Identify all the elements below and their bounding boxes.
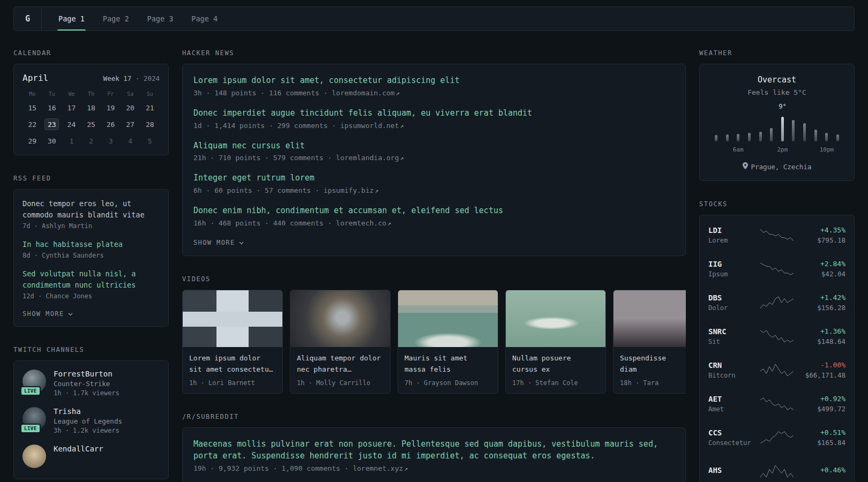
- video-title: Aliquam tempor dolor nec pharetra…: [297, 353, 384, 375]
- calendar-header: April Week 17 · 2024: [23, 73, 160, 83]
- calendar-day: 16: [44, 102, 59, 114]
- separator-dot: ·: [136, 74, 140, 82]
- stock-change: +0.92%: [796, 395, 845, 403]
- channel-info: Trisha League of Legends 3h · 1.2k viewe…: [54, 407, 122, 434]
- hn-item-domain-link[interactable]: loremdomain.com: [332, 89, 394, 97]
- stock-ticker: AET: [708, 395, 758, 403]
- hn-item-headline[interactable]: Donec enim nibh, condimentum et accumsan…: [193, 205, 675, 217]
- tab-page-2[interactable]: Page 2: [94, 7, 138, 31]
- twitch-channel[interactable]: LIVE Trisha League of Legends 3h · 1.2k …: [23, 407, 160, 434]
- stock-sparkline: [758, 397, 796, 411]
- weather-card: Overcast Feels like 5°C 9° 6am 2pm 10pm …: [699, 64, 855, 181]
- hn-item-domain-link[interactable]: loremtech.co: [336, 219, 386, 227]
- video-card[interactable]: Nullam posuere cursus ex 17h · Stefan Co…: [505, 290, 606, 394]
- hn-item-headline[interactable]: Lorem ipsum dolor sit amet, consectetur …: [193, 75, 675, 87]
- video-card[interactable]: Lorem ipsum dolor sit amet consectetu… 1…: [182, 290, 283, 394]
- twitch-channel[interactable]: LIVE ForrestBurton Counter-Strike 1h · 1…: [23, 370, 160, 397]
- rss-item-headline[interactable]: Sed volutpat nulla nisl, a condimentum n…: [23, 268, 160, 291]
- stock-row[interactable]: SNRC Sit +1.36% $148.64: [708, 319, 845, 353]
- stock-name: Consectetur: [708, 439, 758, 447]
- hn-item-domain-link[interactable]: loremlandia.org: [336, 154, 399, 162]
- stock-ticker: DBS: [708, 293, 758, 302]
- tab-page-1[interactable]: Page 1: [49, 7, 94, 31]
- calendar-day-selected: 23: [44, 118, 59, 130]
- rss-show-more-button[interactable]: SHOW MORE: [23, 310, 73, 318]
- hn-item: Integer eget rutrum lorem 6h · 60 points…: [193, 172, 675, 194]
- video-card[interactable]: Aliquam tempor dolor nec pharetra… 1h · …: [290, 290, 391, 394]
- stock-id: LDI Lorem: [708, 226, 758, 244]
- stock-row[interactable]: AHS +0.46%: [708, 454, 845, 482]
- hn-item-headline[interactable]: Integer eget rutrum lorem: [193, 172, 675, 184]
- tab-page-3[interactable]: Page 3: [138, 7, 183, 31]
- calendar-day: 15: [25, 102, 40, 114]
- calendar-weekday: Th: [88, 91, 94, 97]
- video-title: Suspendisse diam: [620, 353, 686, 375]
- stock-id: SNRC Sit: [708, 327, 758, 345]
- calendar-weekday: Sa: [127, 91, 133, 97]
- video-meta: 1h · Molly Carrillo: [297, 379, 384, 387]
- post-domain-link[interactable]: loremnet.xyz: [353, 464, 403, 472]
- stock-values: +1.42% $156.28: [796, 293, 845, 312]
- stock-row[interactable]: DBS Dolor +1.42% $156.28: [708, 285, 845, 319]
- calendar-year: 2024: [144, 74, 160, 82]
- channel-info: ForrestBurton Counter-Strike 1h · 1.7k v…: [54, 370, 119, 397]
- weather-time-label: 10pm: [820, 146, 834, 153]
- calendar-day: 22: [25, 118, 40, 130]
- stock-values: +0.92% $499.72: [796, 395, 845, 413]
- hn-item-headline[interactable]: Donec imperdiet augue tincidunt felis al…: [193, 108, 675, 119]
- hn-item-meta: 6h · 60 points · 57 comments · ipsumify.…: [193, 186, 675, 194]
- twitch-channel[interactable]: KendallCarr: [23, 445, 160, 468]
- stock-sparkline: [758, 329, 796, 343]
- hn-item-domain-link[interactable]: ipsumify.biz: [324, 186, 374, 194]
- stock-sparkline: [758, 262, 796, 276]
- hn-item: Donec enim nibh, condimentum et accumsan…: [193, 205, 675, 227]
- stock-row[interactable]: LDI Lorem +4.35% $795.18: [708, 218, 845, 252]
- rss-item-meta: 7d · Ashlyn Martin: [23, 222, 160, 230]
- stock-ticker: AHS: [708, 466, 758, 475]
- hn-item-headline[interactable]: Aliquam nec cursus elit: [193, 140, 675, 152]
- video-info: Lorem ipsum dolor sit amet consectetu… 1…: [183, 347, 282, 394]
- stocks-widget: STOCKS LDI Lorem +4.35% $795.18 IIG: [699, 200, 855, 482]
- video-card[interactable]: Mauris sit amet massa felis 7h · Grayson…: [398, 290, 498, 394]
- channel-name: ForrestBurton: [54, 370, 119, 378]
- external-link-icon: ↗: [404, 465, 408, 472]
- hn-item-meta: 3h · 148 points · 116 comments · loremdo…: [193, 89, 675, 97]
- post-headline[interactable]: Maecenas mollis pulvinar erat non posuer…: [193, 439, 675, 462]
- stock-ticker: SNRC: [708, 327, 758, 336]
- videos-row: Lorem ipsum dolor sit amet consectetu… 1…: [182, 290, 686, 394]
- stock-price: $499.72: [796, 405, 845, 413]
- stock-row[interactable]: IIG Ipsum +2.84% $42.04: [708, 252, 845, 285]
- hn-item-stats: 16h · 468 points · 440 comments ·: [193, 219, 336, 227]
- show-more-label: SHOW MORE: [23, 310, 64, 318]
- calendar-day: 27: [123, 118, 138, 130]
- external-link-icon: ↗: [400, 122, 404, 130]
- calendar-week-label: Week 17: [103, 74, 132, 82]
- weather-condition: Overcast: [710, 75, 843, 85]
- subreddit-title: /R/SUBREDDIT: [182, 413, 686, 420]
- weather-bar: [748, 133, 751, 141]
- subreddit-post: Maecenas mollis pulvinar erat non posuer…: [193, 439, 675, 472]
- weather-bar: [759, 132, 762, 141]
- stock-price: $795.18: [796, 236, 845, 244]
- app-logo[interactable]: G: [14, 7, 42, 31]
- stock-row[interactable]: CCS Consectetur +0.51% $165.84: [708, 420, 845, 454]
- stock-sparkline: [758, 296, 796, 310]
- tab-page-4[interactable]: Page 4: [182, 7, 227, 31]
- external-link-icon: ↗: [396, 89, 400, 97]
- weather-bar: [803, 123, 806, 141]
- hn-show-more-button[interactable]: SHOW MORE: [193, 239, 244, 246]
- weather-widget: WEATHER Overcast Feels like 5°C 9° 6am 2…: [699, 49, 855, 181]
- calendar-day: 29: [25, 135, 40, 147]
- hn-item-domain-link[interactable]: ipsumworld.net: [340, 122, 399, 130]
- stock-row[interactable]: AET Amet +0.92% $499.72: [708, 387, 845, 420]
- post-stats: 19h · 9,932 points · 1,090 comments ·: [193, 464, 353, 472]
- video-card[interactable]: Suspendisse diam 18h · Tara: [613, 290, 686, 394]
- stock-row[interactable]: CRN Bitcorn -1.00% $66,171.48: [708, 353, 845, 387]
- stock-change: -1.00%: [796, 361, 845, 369]
- rss-item-headline[interactable]: Donec tempor eros leo, ut commodo mauris…: [23, 198, 160, 221]
- stock-name: Sit: [708, 338, 758, 345]
- stock-name: Lorem: [708, 237, 758, 244]
- stock-ticker: CRN: [708, 361, 758, 370]
- weather-bar: [715, 135, 717, 141]
- rss-item-headline[interactable]: In hac habitasse platea: [23, 239, 160, 250]
